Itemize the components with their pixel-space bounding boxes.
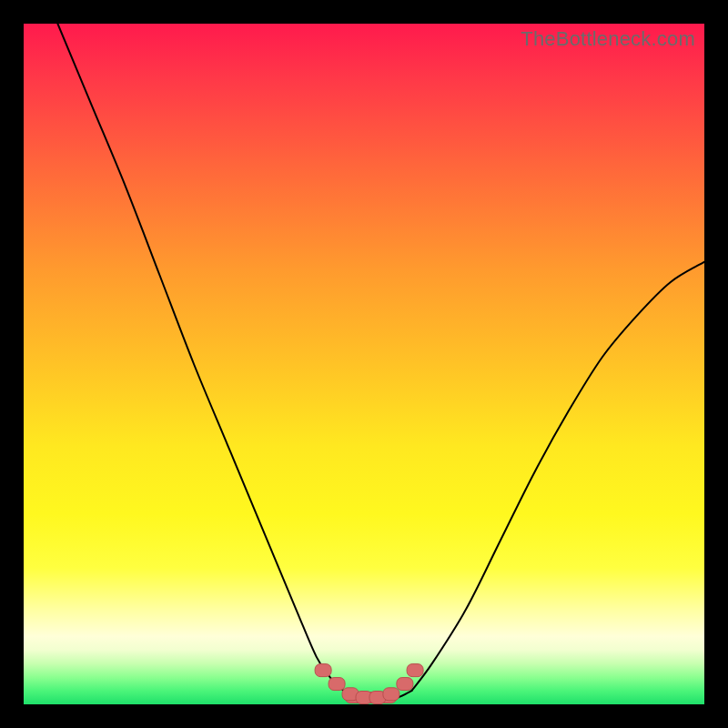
chart-svg bbox=[24, 24, 704, 704]
marker-point bbox=[407, 664, 423, 677]
left-curve bbox=[57, 24, 343, 691]
outer-frame: TheBottleneck.com bbox=[0, 0, 728, 728]
marker-point bbox=[397, 678, 413, 691]
right-curve bbox=[411, 262, 704, 691]
marker-point bbox=[315, 664, 331, 677]
highlight-markers bbox=[315, 664, 423, 704]
marker-point bbox=[329, 678, 345, 691]
marker-point bbox=[383, 688, 399, 701]
plot-area: TheBottleneck.com bbox=[24, 24, 704, 704]
